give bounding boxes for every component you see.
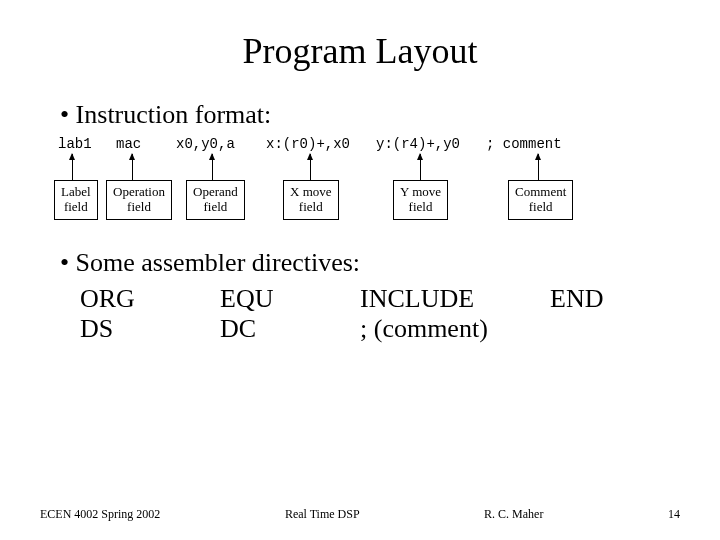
field-diagram: Labelfield Operationfield Operandfield X… (58, 154, 680, 226)
footer-course: ECEN 4002 Spring 2002 (40, 507, 160, 522)
arrow-label (72, 154, 73, 180)
dir-ds: DS (80, 314, 220, 344)
bullet-instruction-format: Instruction format: (60, 100, 680, 130)
code-comment: ; comment (486, 136, 596, 152)
dir-equ: EQU (220, 284, 360, 314)
footer-author: R. C. Maher (484, 507, 543, 522)
slide-title: Program Layout (40, 30, 680, 72)
code-op: mac (116, 136, 176, 152)
code-operand: x0,y0,a (176, 136, 266, 152)
footer-page: 14 (668, 507, 680, 522)
dir-dc: DC (220, 314, 360, 344)
box-operand-field: Operandfield (186, 180, 245, 220)
box-operation-field: Operationfield (106, 180, 172, 220)
instruction-code-row: lab1 mac x0,y0,a x:(r0)+,x0 y:(r4)+,y0 ;… (58, 136, 680, 152)
box-xmove-field: X movefield (283, 180, 339, 220)
arrow-xmove (310, 154, 311, 180)
box-comment-field: Commentfield (508, 180, 573, 220)
footer-topic: Real Time DSP (285, 507, 360, 522)
dir-org: ORG (80, 284, 220, 314)
arrow-ymove (420, 154, 421, 180)
dir-end: END (550, 284, 603, 314)
box-ymove-field: Y movefield (393, 180, 448, 220)
slide-footer: ECEN 4002 Spring 2002 Real Time DSP R. C… (40, 507, 680, 522)
code-ymove: y:(r4)+,y0 (376, 136, 486, 152)
arrow-op (132, 154, 133, 180)
arrow-comment (538, 154, 539, 180)
directives-row-2: DS DC ; (comment) (80, 314, 680, 344)
box-label-field: Labelfield (54, 180, 98, 220)
dir-include: INCLUDE (360, 284, 550, 314)
code-label: lab1 (58, 136, 116, 152)
dir-comment: ; (comment) (360, 314, 488, 344)
bullet-directives: Some assembler directives: (60, 248, 680, 278)
directives-row-1: ORG EQU INCLUDE END (80, 284, 680, 314)
arrow-operand (212, 154, 213, 180)
code-xmove: x:(r0)+,x0 (266, 136, 376, 152)
